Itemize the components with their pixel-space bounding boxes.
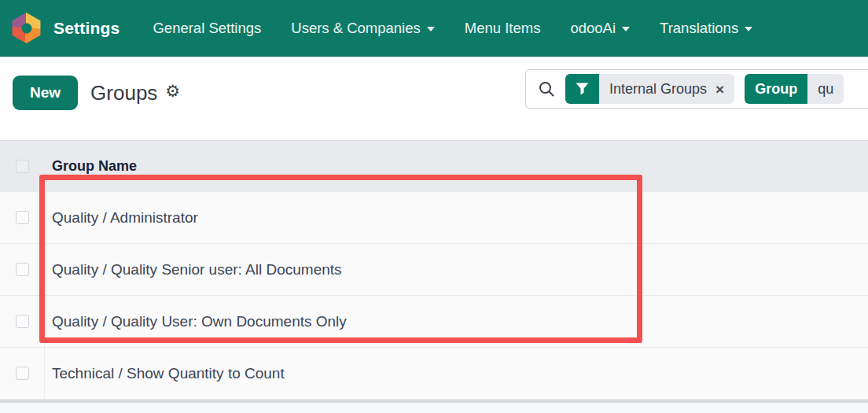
control-panel: New Groups ⚙ Internal Groups × Group qu [0,57,868,129]
new-button[interactable]: New [13,76,78,110]
row-checkbox-cell [0,348,45,399]
facet-value: Internal Groups [609,81,707,98]
row-checkbox-cell [0,244,45,295]
row-checkbox[interactable] [16,211,29,224]
facet-group-label: Group [745,74,807,104]
top-navbar: Settings General Settings Users & Compan… [0,0,868,57]
filter-icon [565,74,599,104]
table-row[interactable]: Quality / Quality User: Own Documents On… [0,296,868,348]
facet-value-wrap: Internal Groups × [599,74,734,104]
chevron-down-icon [745,27,752,31]
nav-item-translations[interactable]: Translations [660,20,752,37]
search-icon[interactable] [538,80,555,98]
chevron-down-icon [622,27,630,31]
select-all-checkbox[interactable] [16,160,29,173]
nav-item-users-companies[interactable]: Users & Companies [291,20,435,37]
logo-center-hole [21,23,31,33]
nav-item-label: Translations [660,20,738,37]
search-facet-group[interactable]: Group qu [745,74,844,104]
table-row[interactable]: Quality / Quality Senior user: All Docum… [0,244,868,296]
table-row[interactable]: Quality / Administrator [0,192,868,244]
table-row[interactable]: Technical / Show Quantity to Count [0,348,868,400]
list-header-row: Group Name [0,140,868,192]
gear-icon[interactable]: ⚙ [165,82,180,101]
nav-item-general-settings[interactable]: General Settings [153,20,261,37]
nav-item-label: Menu Items [465,20,541,37]
facet-group-value: qu [818,81,833,98]
app-name[interactable]: Settings [53,19,120,38]
nav-item-label: odooAi [570,20,616,37]
odoo-logo-icon[interactable] [11,13,42,43]
group-name-cell[interactable]: Quality / Quality User: Own Documents On… [45,313,347,330]
header-checkbox-cell [0,160,45,173]
row-checkbox-cell [0,192,45,243]
nav-item-menu-items[interactable]: Menu Items [465,20,541,37]
nav-item-label: Users & Companies [291,20,421,37]
chevron-down-icon [427,27,435,31]
nav-item-odooai[interactable]: odooAi [570,20,630,37]
row-checkbox[interactable] [16,315,29,328]
search-facet-filter[interactable]: Internal Groups × [565,74,734,104]
list-view: Group Name Quality / Administrator Quali… [0,129,868,413]
group-name-cell[interactable]: Quality / Quality Senior user: All Docum… [45,261,342,278]
facet-remove-icon[interactable]: × [715,82,724,97]
nav-item-label: General Settings [153,20,261,37]
search-bar[interactable]: Internal Groups × Group qu [525,69,868,109]
facet-group-value-wrap: qu [807,74,844,104]
page-footer [0,403,868,413]
group-name-cell[interactable]: Quality / Administrator [45,209,198,227]
row-checkbox[interactable] [16,367,29,380]
page-title: Groups [90,81,157,105]
row-checkbox-cell [0,296,45,347]
column-header-group-name[interactable]: Group Name [45,158,137,175]
row-checkbox[interactable] [16,263,29,276]
nav-menu: General Settings Users & Companies Menu … [153,20,752,37]
group-name-cell[interactable]: Technical / Show Quantity to Count [45,365,285,382]
list-top-gap [0,129,868,140]
